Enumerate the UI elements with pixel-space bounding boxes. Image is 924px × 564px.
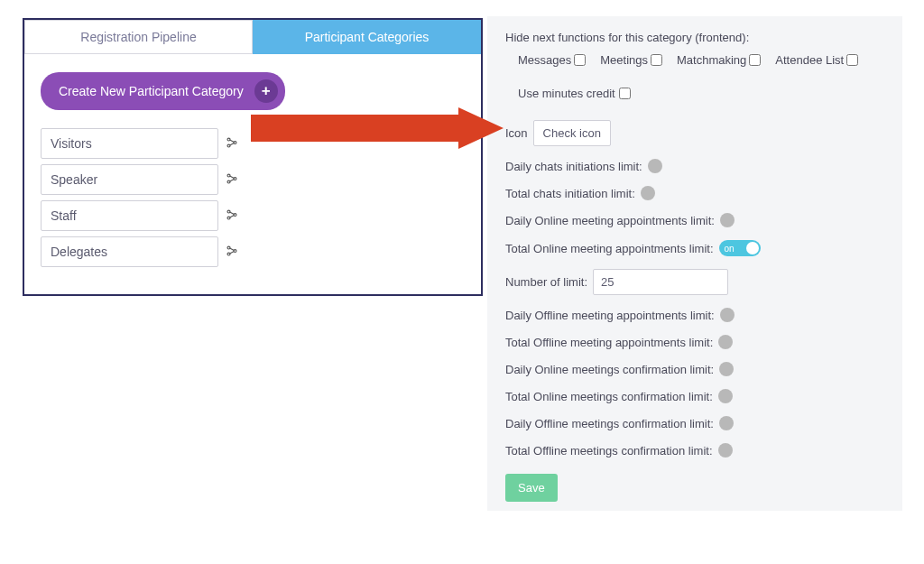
category-row [41,236,465,267]
total-offline-conf-toggle[interactable] [718,443,733,458]
svg-line-3 [230,140,235,142]
save-button[interactable]: Save [505,474,558,502]
daily-chats-toggle[interactable] [648,159,662,173]
hide-functions-heading: Hide next functions for this category (f… [505,31,884,44]
daily-offline-conf-toggle[interactable] [719,416,734,430]
total-offline-conf-label: Total Offline meetings confirmation limi… [505,444,713,458]
tab-participant-categories[interactable]: Participant Categories [253,20,481,54]
svg-line-19 [230,252,235,254]
hide-functions-options: Messages Meetings Matchmaking Attendee L… [518,53,884,67]
svg-line-13 [230,212,235,214]
total-offline-appt-toggle[interactable] [718,335,733,349]
settings-icon[interactable] [226,245,240,259]
number-of-limit-input[interactable] [593,269,728,295]
category-input-staff[interactable] [41,200,218,231]
use-minutes-credit-checkbox[interactable] [619,88,631,99]
category-row [41,164,465,195]
settings-icon[interactable] [226,208,240,223]
daily-online-conf-toggle[interactable] [719,362,734,376]
total-offline-appt-label: Total Offline meeting appointments limit… [505,336,713,349]
daily-online-appt-label: Daily Online meeting appointments limit: [505,214,715,227]
svg-line-14 [230,216,235,217]
matchmaking-label: Matchmaking [677,53,746,67]
svg-line-18 [230,248,235,250]
icon-label: Icon [505,126,528,140]
left-panel: Registration Pipeline Participant Catego… [23,18,483,296]
category-input-visitors[interactable] [41,128,218,159]
settings-icon[interactable] [226,136,240,151]
messages-label: Messages [518,53,571,67]
svg-line-4 [230,143,235,145]
toggle-on-label: on [725,244,735,254]
daily-offline-conf-label: Daily Offline meetings confirmation limi… [505,417,714,430]
daily-offline-appt-toggle[interactable] [720,308,735,322]
category-row [41,200,465,231]
callout-arrow-icon [251,107,504,149]
create-category-button[interactable]: Create New Participant Category + [41,72,285,110]
category-input-delegates[interactable] [41,236,218,267]
daily-offline-appt-label: Daily Offline meeting appointments limit… [505,309,715,322]
svg-line-9 [230,180,235,181]
use-minutes-credit-label: Use minutes credit [518,87,615,100]
panel-body: Create New Participant Category + [24,54,481,294]
attendee-label: Attendee List [775,53,844,67]
messages-checkbox[interactable] [574,54,586,66]
total-chats-toggle[interactable] [641,186,655,200]
category-input-speaker[interactable] [41,164,218,195]
create-category-label: Create New Participant Category [59,84,244,98]
daily-chats-label: Daily chats initiations limit: [505,160,642,173]
matchmaking-checkbox[interactable] [749,54,761,66]
check-icon-button[interactable]: Check icon [533,120,611,146]
daily-online-appt-toggle[interactable] [720,213,735,227]
settings-icon[interactable] [226,172,240,187]
total-online-appt-label: Total Online meeting appointments limit: [505,242,714,255]
svg-marker-20 [251,107,504,149]
tabs: Registration Pipeline Participant Catego… [24,20,481,54]
meetings-label: Meetings [600,53,648,67]
svg-line-8 [230,176,235,178]
meetings-checkbox[interactable] [651,54,662,66]
plus-icon: + [254,79,278,103]
total-chats-label: Total chats initiation limit: [505,187,635,200]
total-online-appt-toggle[interactable]: on [719,240,761,256]
attendee-checkbox[interactable] [846,54,858,66]
daily-online-conf-label: Daily Online meetings confirmation limit… [505,363,714,376]
total-online-conf-label: Total Online meetings confirmation limit… [505,390,713,403]
total-online-conf-toggle[interactable] [718,389,733,403]
number-of-limit-label: Number of limit: [505,275,587,289]
tab-registration-pipeline[interactable]: Registration Pipeline [24,20,253,54]
toggle-knob [746,242,759,254]
settings-panel: Hide next functions for this category (f… [487,16,902,511]
